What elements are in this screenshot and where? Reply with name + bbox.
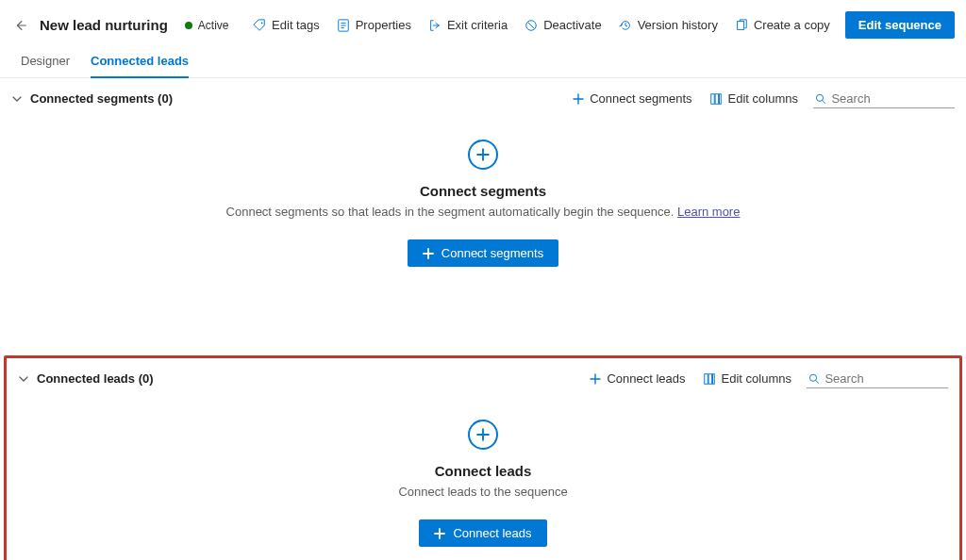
exit-criteria-button[interactable]: Exit criteria — [426, 14, 509, 36]
status-dot-icon — [185, 22, 192, 29]
properties-label: Properties — [356, 18, 411, 32]
leads-empty-title: Connect leads — [435, 463, 532, 479]
segments-empty-state: Connect segments Connect segments so tha… — [0, 115, 966, 299]
columns-icon — [703, 372, 716, 386]
chevron-down-icon — [12, 94, 22, 104]
segments-section-title: Connected segments (0) — [30, 91, 173, 106]
connect-leads-toolbar-label: Connect leads — [607, 371, 685, 386]
leads-section-title: Connected leads (0) — [37, 371, 154, 386]
leads-toolbar: Connect leads Edit columns — [588, 368, 948, 389]
edit-tags-label: Edit tags — [272, 18, 320, 32]
edit-sequence-button[interactable]: Edit sequence — [845, 11, 955, 39]
edit-tags-button[interactable]: Edit tags — [251, 14, 322, 36]
search-icon — [815, 92, 825, 105]
svg-rect-4 — [710, 93, 714, 104]
properties-button[interactable]: Properties — [335, 14, 413, 36]
segments-empty-title: Connect segments — [420, 183, 546, 199]
columns-icon — [709, 92, 723, 106]
tabs: Designer Connected leads — [0, 42, 966, 78]
svg-rect-8 — [704, 373, 708, 384]
create-copy-label: Create a copy — [754, 18, 830, 32]
version-history-label: Version history — [638, 18, 718, 32]
connect-segments-toolbar-button[interactable]: Connect segments — [571, 88, 693, 109]
segments-empty-desc-text: Connect segments so that leads in the se… — [226, 205, 677, 219]
connect-leads-button[interactable]: Connect leads — [419, 519, 546, 547]
svg-rect-9 — [708, 373, 712, 384]
version-history-button[interactable]: Version history — [617, 14, 720, 36]
connect-leads-button-label: Connect leads — [453, 526, 531, 540]
segments-empty-desc: Connect segments so that leads in the se… — [226, 205, 741, 219]
leads-empty-state: Connect leads Connect leads to the seque… — [7, 395, 959, 560]
status-label: Active — [198, 19, 229, 32]
svg-point-7 — [816, 94, 823, 101]
plus-icon — [434, 528, 445, 539]
search-icon — [808, 372, 819, 385]
header-commands: Edit tags Properties Exit criteria Deact… — [251, 11, 955, 39]
segments-collapse-toggle[interactable] — [11, 94, 23, 104]
segments-section: Connected segments (0) Connect segments … — [0, 78, 966, 299]
svg-rect-6 — [719, 93, 721, 104]
segments-edit-columns-label: Edit columns — [728, 91, 798, 106]
tab-designer[interactable]: Designer — [21, 48, 70, 78]
back-button[interactable] — [11, 16, 30, 35]
plus-icon — [476, 428, 490, 441]
leads-search-input[interactable] — [824, 371, 946, 386]
history-icon — [619, 19, 632, 32]
connect-leads-toolbar-button[interactable]: Connect leads — [588, 368, 687, 389]
learn-more-link[interactable]: Learn more — [677, 205, 740, 219]
leads-plus-circle-icon — [468, 420, 498, 450]
arrow-left-icon — [14, 19, 27, 32]
leads-collapse-toggle[interactable] — [18, 374, 29, 384]
plus-icon — [476, 148, 490, 161]
leads-edit-columns-button[interactable]: Edit columns — [701, 368, 793, 389]
header-left: New lead nurturing Active — [11, 16, 229, 35]
create-copy-button[interactable]: Create a copy — [733, 14, 832, 36]
svg-point-11 — [809, 374, 816, 381]
chevron-down-icon — [19, 374, 28, 384]
page-title: New lead nurturing — [40, 17, 168, 33]
svg-point-0 — [261, 22, 263, 24]
connect-segments-toolbar-label: Connect segments — [590, 91, 691, 106]
segments-search-input[interactable] — [831, 91, 953, 106]
exit-icon — [428, 19, 441, 32]
segments-section-bar: Connected segments (0) Connect segments … — [0, 78, 966, 115]
svg-rect-5 — [715, 93, 719, 104]
connect-segments-button-label: Connect segments — [441, 246, 543, 260]
connect-segments-button[interactable]: Connect segments — [408, 239, 558, 267]
tab-connected-leads[interactable]: Connected leads — [91, 48, 189, 78]
leads-section-left: Connected leads (0) — [18, 371, 154, 386]
svg-rect-3 — [738, 21, 744, 29]
leads-empty-desc: Connect leads to the sequence — [398, 485, 567, 499]
segments-plus-circle-icon — [468, 140, 498, 170]
deactivate-icon — [525, 19, 538, 32]
segments-search[interactable] — [813, 90, 955, 108]
segments-edit-columns-button[interactable]: Edit columns — [708, 88, 800, 109]
exit-criteria-label: Exit criteria — [447, 18, 508, 32]
plus-icon — [573, 93, 584, 105]
page-header: New lead nurturing Active Edit tags Prop… — [0, 0, 966, 42]
segments-toolbar: Connect segments Edit columns — [571, 88, 955, 109]
leads-section-bar: Connected leads (0) Connect leads Edit c… — [7, 358, 959, 395]
plus-icon — [423, 248, 434, 259]
svg-rect-10 — [712, 373, 714, 384]
deactivate-label: Deactivate — [543, 18, 601, 32]
leads-edit-columns-label: Edit columns — [722, 371, 791, 386]
copy-icon — [735, 19, 748, 32]
leads-highlight-box: Connected leads (0) Connect leads Edit c… — [4, 355, 962, 560]
leads-search[interactable] — [807, 370, 948, 388]
deactivate-button[interactable]: Deactivate — [523, 14, 603, 36]
tag-icon — [253, 19, 266, 32]
properties-icon — [337, 19, 350, 32]
status-pill: Active — [185, 19, 229, 32]
plus-icon — [590, 373, 601, 385]
segments-section-left: Connected segments (0) — [11, 91, 173, 106]
